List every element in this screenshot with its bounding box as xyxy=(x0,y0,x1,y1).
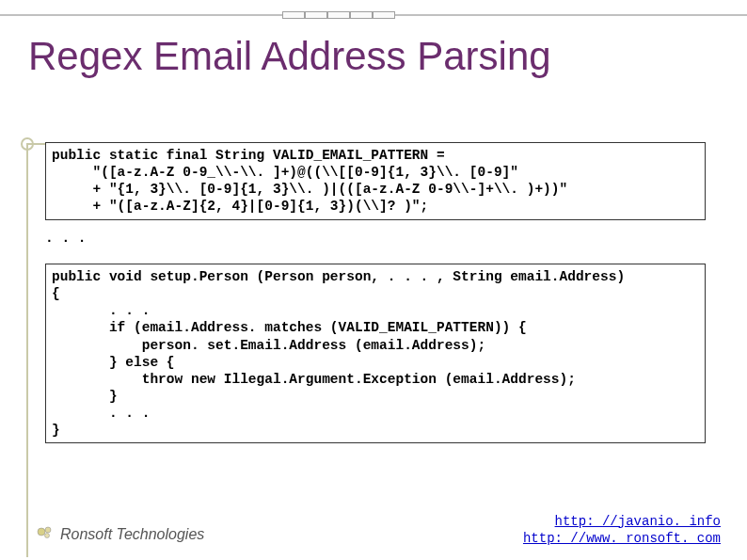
footer-link-1[interactable]: http: //javanio. info xyxy=(555,514,721,529)
svg-point-1 xyxy=(45,527,51,533)
logo-icon xyxy=(36,522,55,541)
svg-point-0 xyxy=(38,528,45,536)
top-divider xyxy=(0,11,747,19)
divider-box xyxy=(282,11,305,19)
divider-line-left xyxy=(0,14,282,16)
divider-box xyxy=(327,11,350,19)
code-block-setup: public void setup.Person (Person person,… xyxy=(45,264,706,443)
code-block-regex: public static final String VALID_EMAIL_P… xyxy=(45,142,706,220)
divider-box xyxy=(350,11,373,19)
svg-point-2 xyxy=(45,534,50,538)
bullet-stem-v xyxy=(26,143,28,557)
divider-box xyxy=(305,11,327,19)
footer-link-2[interactable]: http: //www. ronsoft. com xyxy=(523,531,721,546)
footer-company: Ronsoft Technologies xyxy=(60,526,204,543)
slide-title: Regex Email Address Parsing xyxy=(28,34,551,79)
divider-line-right xyxy=(395,14,747,16)
ellipsis: . . . xyxy=(45,231,87,246)
divider-boxes xyxy=(282,11,395,19)
divider-box xyxy=(373,11,395,19)
footer-links: http: //javanio. info http: //www. ronso… xyxy=(523,513,721,547)
